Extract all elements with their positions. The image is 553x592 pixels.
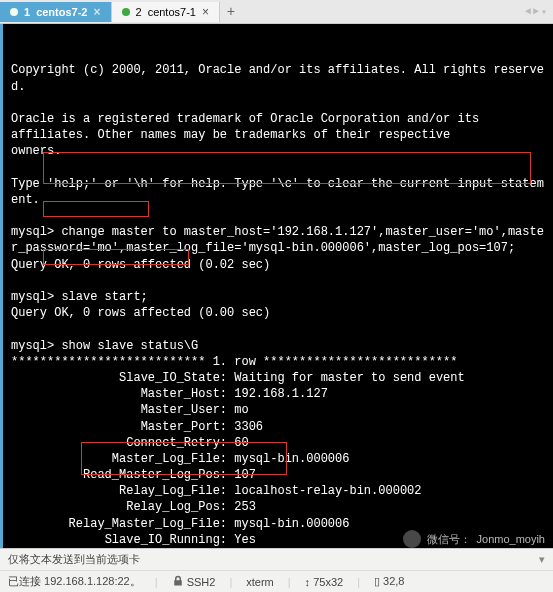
lock-icon [172, 575, 184, 587]
wechat-icon [403, 530, 421, 548]
chevron-left-icon[interactable]: ◄ [525, 6, 531, 18]
status-dot-icon [122, 8, 130, 16]
cursor-pos: 32,8 [383, 575, 404, 587]
terminal-content: Copyright (c) 2000, 2011, Oracle and/or … [11, 62, 545, 548]
terminal-line: Oracle is a registered trademark of Orac… [11, 111, 545, 127]
connected-address: 192.168.1.128:22。 [44, 575, 141, 587]
cursor-icon: ▯ [374, 575, 380, 587]
terminal-line: Copyright (c) 2000, 2011, Oracle and/or … [11, 62, 545, 94]
terminal-line: Query OK, 0 rows affected (0.00 sec) [11, 305, 545, 321]
status-row-2: 已连接 192.168.1.128:22。 | SSH2 | xterm | ↕… [0, 571, 553, 592]
tab-label: centos7-1 [148, 6, 196, 18]
close-icon[interactable]: × [202, 5, 209, 19]
terminal-line [11, 273, 545, 289]
terminal-line: Master_Port: 3306 [11, 419, 545, 435]
terminal-line: Connect_Retry: 60 [11, 435, 545, 451]
terminal-line: owners. [11, 143, 545, 159]
watermark-value: Jonmo_moyih [477, 532, 545, 547]
tab-index: 1 [24, 6, 30, 18]
tab-scroll-arrows: ◄ ► ▾ [519, 6, 553, 18]
terminal-line: Master_User: mo [11, 402, 545, 418]
status-row-1: 仅将文本发送到当前选项卡 ▾ [0, 549, 553, 571]
watermark: 微信号： Jonmo_moyih [403, 530, 545, 548]
chevron-down-icon[interactable]: ▾ [539, 553, 545, 566]
terminal-line: *************************** 1. row *****… [11, 354, 545, 370]
terminal-line: mysql> change master to master_host='192… [11, 224, 545, 256]
terminal-line: Master_Log_File: mysql-bin.000006 [11, 451, 545, 467]
close-icon[interactable]: × [93, 5, 100, 19]
terminal-line [11, 321, 545, 337]
tab-bar: 1 centos7-2 × 2 centos7-1 × + ◄ ► ▾ [0, 0, 553, 24]
terminal-line [11, 160, 545, 176]
watermark-label: 微信号： [427, 532, 471, 547]
terminal[interactable]: Copyright (c) 2000, 2011, Oracle and/or … [0, 24, 553, 548]
terminal-line: affiliates. Other names may be trademark… [11, 127, 545, 143]
tab-index: 2 [136, 6, 142, 18]
add-tab-button[interactable]: + [220, 4, 242, 20]
resize-icon: ↕ [305, 576, 311, 588]
terminal-line: Relay_Log_Pos: 253 [11, 499, 545, 515]
terminal-line [11, 208, 545, 224]
chevron-right-icon[interactable]: ► [533, 6, 539, 18]
status-bar: 仅将文本发送到当前选项卡 ▾ 已连接 192.168.1.128:22。 | S… [0, 548, 553, 592]
terminal-line: Slave_IO_State: Waiting for master to se… [11, 370, 545, 386]
tab-centos7-1[interactable]: 2 centos7-1 × [112, 2, 220, 22]
chevron-down-icon[interactable]: ▾ [541, 6, 547, 18]
tab-centos7-2[interactable]: 1 centos7-2 × [0, 2, 112, 22]
terminal-line: mysql> slave start; [11, 289, 545, 305]
tab-label: centos7-2 [36, 6, 87, 18]
connected-label: 已连接 [8, 575, 41, 587]
send-text-mode-label: 仅将文本发送到当前选项卡 [8, 552, 140, 567]
terminal-line: mysql> show slave status\G [11, 338, 545, 354]
status-dot-icon [10, 8, 18, 16]
term-type: xterm [246, 576, 274, 588]
protocol-label: SSH2 [187, 576, 216, 588]
terminal-line [11, 95, 545, 111]
terminal-line: Query OK, 0 rows affected (0.02 sec) [11, 257, 545, 273]
terminal-line: Type 'help;' or '\h' for help. Type '\c'… [11, 176, 545, 208]
terminal-line: Relay_Log_File: localhost-relay-bin.0000… [11, 483, 545, 499]
terminal-line: Master_Host: 192.168.1.127 [11, 386, 545, 402]
terminal-line: Read_Master_Log_Pos: 107 [11, 467, 545, 483]
term-size: 75x32 [313, 576, 343, 588]
